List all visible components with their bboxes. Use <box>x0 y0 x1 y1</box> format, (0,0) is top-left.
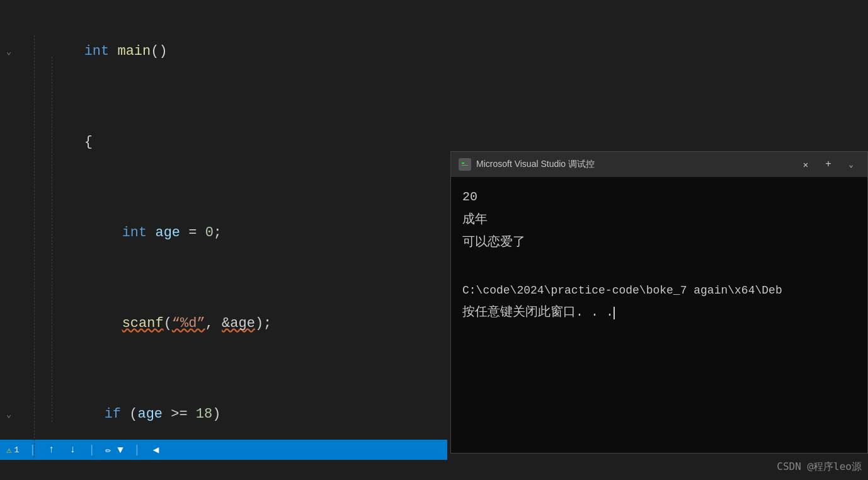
code-editor: ⌄ int main() { int age = 0; scanf(“%d”, … <box>0 0 447 460</box>
svg-rect-1 <box>462 163 464 164</box>
code-line-3: int age = 0; <box>0 188 447 278</box>
svg-rect-0 <box>460 161 469 168</box>
terminal-titlebar: Microsoft Visual Studio 调试控 ✕ + ⌄ <box>451 152 867 177</box>
line-code-3: int age = 0; <box>18 188 441 278</box>
terminal-output-line-1: 20 <box>462 187 856 207</box>
terminal-chevron-button[interactable]: ⌄ <box>842 156 860 173</box>
terminal-window: Microsoft Visual Studio 调试控 ✕ + ⌄ 20 成年 … <box>450 151 868 454</box>
code-line-4: scanf(“%d”, &age); <box>0 278 447 369</box>
terminal-output-line-4 <box>462 255 856 275</box>
code-content: ⌄ int main() { int age = 0; scanf(“%d”, … <box>0 0 447 460</box>
separator-2: | <box>88 443 95 456</box>
terminal-add-button[interactable]: + <box>819 156 837 173</box>
warning-count: 1 <box>14 445 19 455</box>
terminal-output-prompt: 按任意键关闭此窗口. . . <box>462 302 856 323</box>
terminal-app-icon <box>459 158 471 171</box>
terminal-body: 20 成年 可以恋爱了 C:\code\2024\practice-code\b… <box>451 177 867 453</box>
fold-arrow-5[interactable]: ⌄ <box>0 399 18 430</box>
line-code-2: { <box>18 97 441 188</box>
fold-arrow-1[interactable]: ⌄ <box>0 37 18 67</box>
terminal-output-line-3: 可以恋爱了 <box>462 232 856 253</box>
terminal-title: Microsoft Visual Studio 调试控 <box>476 159 792 170</box>
terminal-output-path: C:\code\2024\practice-code\boke_7 again\… <box>462 282 856 300</box>
separator-1: | <box>29 443 36 456</box>
terminal-close-button[interactable]: ✕ <box>797 156 814 173</box>
terminal-output-line-2: 成年 <box>462 210 856 230</box>
code-line-2: { <box>0 97 447 188</box>
separator-3: | <box>134 443 140 456</box>
line-code-4: scanf(“%d”, &age); <box>18 278 441 369</box>
indent-guide-2 <box>52 57 52 422</box>
scroll-left-button[interactable]: ◀ <box>151 443 162 456</box>
indent-guide-1 <box>34 35 35 457</box>
arrow-up-button[interactable]: ↑ <box>46 444 57 455</box>
line-code-1: int main() <box>18 6 441 97</box>
warning-item: ⚠ 1 <box>6 445 19 455</box>
watermark: CSDN @程序leo源 <box>777 460 862 474</box>
arrow-down-button[interactable]: ↓ <box>67 444 79 455</box>
status-bar: ⚠ 1 | ↑ ↓ | ✏ ▼ | ◀ <box>0 440 447 460</box>
code-line-1: ⌄ int main() <box>0 6 447 97</box>
svg-rect-2 <box>462 165 468 166</box>
warning-icon: ⚠ <box>6 445 11 455</box>
brush-icon[interactable]: ✏ ▼ <box>105 443 123 456</box>
